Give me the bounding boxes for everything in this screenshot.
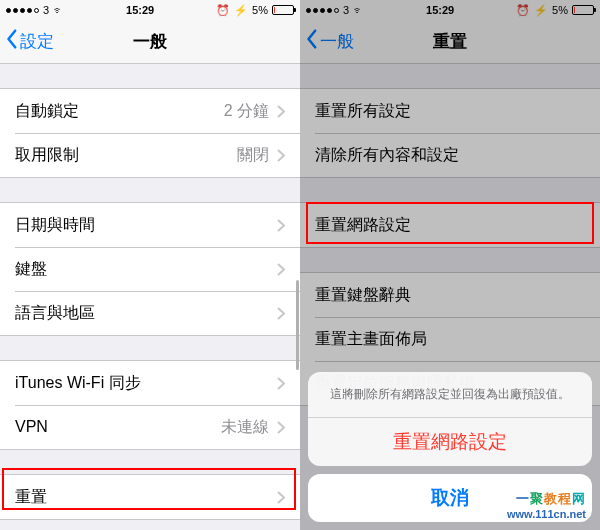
row-label: 重置 xyxy=(15,487,47,508)
row-erase-all-content[interactable]: 清除所有內容和設定 xyxy=(300,133,600,177)
chevron-right-icon xyxy=(277,491,285,504)
bluetooth-icon: ⚡ xyxy=(234,4,248,17)
chevron-right-icon xyxy=(277,105,285,118)
battery-icon xyxy=(572,5,594,15)
watermark: 一聚教程网 www.111cn.net xyxy=(507,490,586,520)
row-label: 清除所有內容和設定 xyxy=(315,145,459,166)
chevron-right-icon xyxy=(277,149,285,162)
back-label: 設定 xyxy=(20,30,54,53)
row-label: 自動鎖定 xyxy=(15,101,79,122)
chevron-right-icon xyxy=(277,421,285,434)
wifi-icon: ᯤ xyxy=(353,4,364,16)
chevron-left-icon xyxy=(304,29,318,54)
reset-list: 重置所有設定 清除所有內容和設定 重置網路設定 重置鍵盤辭典 重置主畫面佈局 xyxy=(300,88,600,406)
row-label: iTunes Wi-Fi 同步 xyxy=(15,373,141,394)
status-time: 15:29 xyxy=(126,4,154,16)
row-date-time[interactable]: 日期與時間 xyxy=(0,203,300,247)
row-reset[interactable]: 重置 xyxy=(0,475,300,519)
chevron-right-icon xyxy=(277,263,285,276)
carrier-label: 3 xyxy=(343,4,349,16)
right-screenshot: 3 ᯤ 15:29 ⏰ ⚡ 5% 一般 重置 重置所有 xyxy=(300,0,600,530)
row-label: 鍵盤 xyxy=(15,259,47,280)
back-button[interactable]: 一般 xyxy=(304,20,354,63)
row-label: 重置網路設定 xyxy=(315,215,411,236)
row-reset-network-settings[interactable]: 重置網路設定 xyxy=(300,203,600,247)
page-title: 重置 xyxy=(433,30,467,53)
row-vpn[interactable]: VPN 未連線 xyxy=(0,405,300,449)
row-label: 語言與地區 xyxy=(15,303,95,324)
watermark-url: www.111cn.net xyxy=(507,508,586,520)
row-label: 日期與時間 xyxy=(15,215,95,236)
row-label: 重置主畫面佈局 xyxy=(315,329,427,350)
status-bar: 3 ᯤ 15:29 ⏰ ⚡ 5% xyxy=(0,0,300,20)
row-value: 關閉 xyxy=(237,145,269,166)
back-label: 一般 xyxy=(320,30,354,53)
alarm-icon: ⏰ xyxy=(516,4,530,17)
signal-dots-icon xyxy=(306,8,339,13)
chevron-right-icon xyxy=(277,219,285,232)
cancel-label: 取消 xyxy=(431,485,469,511)
action-sheet: 這將刪除所有網路設定並回復為出廠預設值。 重置網路設定 取消 一聚教程网 www… xyxy=(308,372,592,522)
chevron-right-icon xyxy=(277,377,285,390)
nav-bar: 設定 一般 xyxy=(0,20,300,64)
row-reset-keyboard-dictionary[interactable]: 重置鍵盤辭典 xyxy=(300,273,600,317)
row-keyboard[interactable]: 鍵盤 xyxy=(0,247,300,291)
action-sheet-message: 這將刪除所有網路設定並回復為出廠預設值。 xyxy=(308,372,592,418)
bluetooth-icon: ⚡ xyxy=(534,4,548,17)
row-label: 重置鍵盤辭典 xyxy=(315,285,411,306)
confirm-reset-network-button[interactable]: 重置網路設定 xyxy=(308,418,592,466)
row-reset-home-layout[interactable]: 重置主畫面佈局 xyxy=(300,317,600,361)
row-label: 重置所有設定 xyxy=(315,101,411,122)
left-screenshot: 3 ᯤ 15:29 ⏰ ⚡ 5% 設定 一般 自動鎖定 xyxy=(0,0,300,530)
row-lang-region[interactable]: 語言與地區 xyxy=(0,291,300,335)
row-value: 2 分鐘 xyxy=(224,101,269,122)
scrollbar-indicator xyxy=(296,280,299,370)
row-auto-lock[interactable]: 自動鎖定 2 分鐘 xyxy=(0,89,300,133)
settings-list: 自動鎖定 2 分鐘 取用限制 關閉 日期與時間 鍵盤 xyxy=(0,88,300,520)
battery-icon xyxy=(272,5,294,15)
status-time: 15:29 xyxy=(426,4,454,16)
signal-dots-icon xyxy=(6,8,39,13)
back-button[interactable]: 設定 xyxy=(4,20,54,63)
chevron-right-icon xyxy=(277,307,285,320)
row-label: 取用限制 xyxy=(15,145,79,166)
row-restrictions[interactable]: 取用限制 關閉 xyxy=(0,133,300,177)
row-label: VPN xyxy=(15,418,48,436)
alarm-icon: ⏰ xyxy=(216,4,230,17)
row-reset-all-settings[interactable]: 重置所有設定 xyxy=(300,89,600,133)
status-bar: 3 ᯤ 15:29 ⏰ ⚡ 5% xyxy=(300,0,600,20)
cancel-button[interactable]: 取消 一聚教程网 www.111cn.net xyxy=(308,474,592,522)
row-itunes-wifi-sync[interactable]: iTunes Wi-Fi 同步 xyxy=(0,361,300,405)
page-title: 一般 xyxy=(133,30,167,53)
battery-pct: 5% xyxy=(252,4,268,16)
nav-bar: 一般 重置 xyxy=(300,20,600,64)
chevron-left-icon xyxy=(4,29,18,54)
battery-pct: 5% xyxy=(552,4,568,16)
wifi-icon: ᯤ xyxy=(53,4,64,16)
row-value: 未連線 xyxy=(221,417,269,438)
carrier-label: 3 xyxy=(43,4,49,16)
